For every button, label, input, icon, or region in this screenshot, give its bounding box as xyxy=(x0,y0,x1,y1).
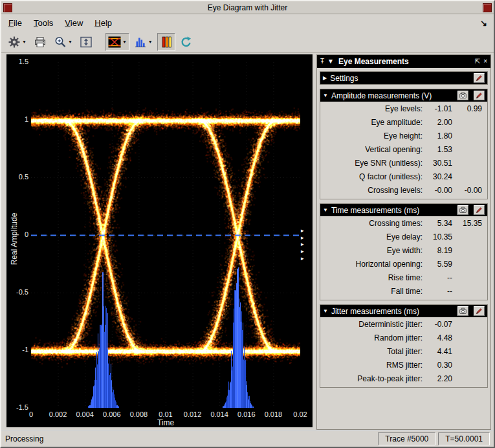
measurement-row: Deterministic jitter:-0.07 xyxy=(320,317,487,331)
x-tick-label: 0.014 xyxy=(205,410,234,418)
measurement-label: Q factor (unitless): xyxy=(323,172,423,181)
panel-title: Eye Measurements xyxy=(337,57,472,66)
measurement-row: Q factor (unitless):30.24 xyxy=(320,170,487,183)
measurement-label: Eye height: xyxy=(323,131,423,140)
section-header-time[interactable]: ▼Time measurements (ms) xyxy=(320,204,487,216)
zoom-button[interactable]: ▼ xyxy=(51,33,75,51)
measurement-value-2: -0.00 xyxy=(452,186,482,195)
measurement-label: Peak-to-peak jitter: xyxy=(323,374,423,383)
menu-file[interactable]: File xyxy=(3,16,28,30)
camera-icon xyxy=(459,308,467,315)
measurement-value: 4.48 xyxy=(423,333,452,342)
collapse-arrow-icon[interactable]: ▼ xyxy=(323,308,328,314)
section-title: Jitter measurements (ms) xyxy=(331,307,419,316)
pencil-button[interactable] xyxy=(474,91,485,100)
panel-close-icon[interactable]: × xyxy=(483,58,487,65)
section-title: Amplitude measurements (V) xyxy=(331,91,432,100)
measurement-value: 1.53 xyxy=(423,145,452,154)
measurement-value: -0.07 xyxy=(423,320,452,329)
menu-help[interactable]: Help xyxy=(89,16,118,30)
print-button[interactable] xyxy=(31,33,49,51)
section-header-jitter[interactable]: ▼Jitter measurements (ms) xyxy=(320,305,487,317)
window-close-button[interactable] xyxy=(483,3,492,12)
panel-title-bar: Ŧ ▼ Eye Measurements ⇱ × xyxy=(317,55,490,68)
section-header-amplitude[interactable]: ▼Amplitude measurements (V) xyxy=(320,89,487,102)
section-time: ▼Time measurements (ms)Crossing times:5.… xyxy=(320,203,488,300)
x-tick-label: 0.006 xyxy=(98,410,126,418)
measurement-label: Eye levels: xyxy=(323,104,423,113)
measurement-value: 30.24 xyxy=(423,172,452,181)
x-tick-label: 0.008 xyxy=(124,410,153,418)
histogram-button[interactable]: ▼ xyxy=(131,33,155,51)
camera-button[interactable] xyxy=(457,306,468,316)
x-tick-label: 0.016 xyxy=(232,410,261,418)
measurement-row: Eye height:1.80 xyxy=(320,129,487,142)
measurement-value: -- xyxy=(423,273,452,282)
menu-bar: FileToolsViewHelp ↘ xyxy=(1,14,494,31)
pin-icon[interactable]: Ŧ xyxy=(320,58,324,65)
pencil-button[interactable] xyxy=(474,306,485,316)
level-marker-icon[interactable]: ▸ xyxy=(301,234,304,241)
measurement-value: 10.35 xyxy=(423,232,452,241)
collapse-arrow-icon[interactable]: ▼ xyxy=(323,207,328,213)
measurement-value: 2.20 xyxy=(423,374,452,383)
expand-arrow-icon[interactable]: ▶ xyxy=(323,75,327,81)
fit-to-view-button[interactable] xyxy=(77,33,95,51)
dropdown-arrow-icon[interactable]: ▼ xyxy=(68,39,72,44)
section-title: Time measurements (ms) xyxy=(331,206,419,215)
app-window: Eye Diagram with Jitter FileToolsViewHel… xyxy=(0,0,495,448)
content-area: Real Amplitude Time 1.510.50-0.5-1-1.500… xyxy=(1,53,494,430)
dropdown-arrow-icon[interactable]: ▼ xyxy=(22,39,27,44)
toolbar: ▼▼▼▼ xyxy=(1,31,494,53)
dropdown-arrow-icon[interactable]: ▼ xyxy=(122,39,127,44)
dropdown-arrow-icon[interactable]: ▼ xyxy=(148,39,153,44)
measurement-row: Vertical opening:1.53 xyxy=(320,142,487,156)
x-tick-label: 0.018 xyxy=(259,410,287,418)
measurement-label: Eye SNR (unitless): xyxy=(323,159,423,168)
colorbar-button[interactable] xyxy=(157,33,175,51)
refresh-button[interactable] xyxy=(177,33,195,51)
y-tick-label: -0.5 xyxy=(6,288,28,296)
pencil-button[interactable] xyxy=(474,73,485,83)
panel-collapse-icon[interactable]: ▼ xyxy=(327,58,334,65)
settings-button[interactable]: ▼ xyxy=(5,33,29,51)
level-marker-icon[interactable]: ▸ xyxy=(301,227,304,234)
gear-icon xyxy=(8,36,21,49)
title-bar[interactable]: Eye Diagram with Jitter xyxy=(1,1,494,14)
measurement-label: Random jitter: xyxy=(323,333,423,342)
section-jitter: ▼Jitter measurements (ms)Deterministic j… xyxy=(320,304,488,388)
measurement-value: -1.01 xyxy=(423,104,452,113)
measurement-value: 8.19 xyxy=(423,246,452,255)
measurement-row: Total jitter:4.41 xyxy=(320,344,487,358)
pencil-button[interactable] xyxy=(474,205,485,215)
menu-tools[interactable]: Tools xyxy=(28,16,59,30)
eye-diagram-button[interactable]: ▼ xyxy=(105,33,129,51)
section-header-settings[interactable]: ▶Settings xyxy=(320,72,487,84)
histogram-icon xyxy=(134,36,147,49)
eye-diagram-canvas[interactable] xyxy=(31,62,300,408)
measurement-value: -0.00 xyxy=(423,186,452,195)
measurement-label: Eye delay: xyxy=(323,232,423,241)
collapse-arrow-icon[interactable]: ▼ xyxy=(323,93,328,98)
level-marker-icon[interactable]: ▸ xyxy=(301,255,304,262)
camera-button[interactable] xyxy=(457,91,468,100)
menu-view[interactable]: View xyxy=(59,16,89,30)
measurement-label: Fall time: xyxy=(323,287,423,296)
dock-icon[interactable]: ⇱ xyxy=(475,58,480,65)
measurement-row: Eye width:8.19 xyxy=(320,243,487,257)
camera-button[interactable] xyxy=(457,205,468,215)
window-menu-button[interactable] xyxy=(3,3,12,12)
level-marker-icon[interactable]: ▸ xyxy=(301,248,304,254)
menu-corner-icon[interactable]: ↘ xyxy=(475,18,492,28)
measurement-row: Eye amplitude:2.00 xyxy=(320,115,487,129)
printer-icon xyxy=(34,36,47,49)
x-tick-label: 0.01 xyxy=(151,410,180,418)
level-marker-icon[interactable]: ▸ xyxy=(301,241,304,247)
magnifier-icon xyxy=(54,36,67,49)
measurement-row: Eye SNR (unitless):30.51 xyxy=(320,156,487,170)
measurement-value-2: 15.35 xyxy=(452,219,482,228)
measurement-row: Eye delay:10.35 xyxy=(320,230,487,243)
x-tick-label: 0.02 xyxy=(286,410,313,418)
measurement-label: Crossing levels: xyxy=(323,186,423,195)
y-tick-label: 1 xyxy=(6,115,28,123)
